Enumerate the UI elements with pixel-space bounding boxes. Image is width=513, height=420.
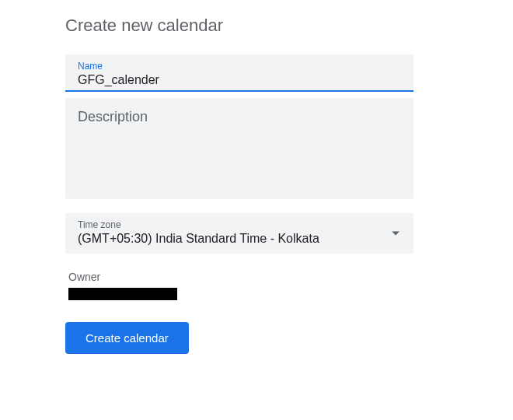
owner-label: Owner [68, 271, 513, 283]
owner-value [68, 288, 177, 300]
name-input[interactable] [78, 73, 401, 87]
timezone-label: Time zone [78, 219, 401, 230]
name-field-container[interactable]: Name [65, 54, 414, 92]
timezone-value: (GMT+05:30) India Standard Time - Kolkat… [78, 232, 401, 246]
timezone-dropdown[interactable]: Time zone (GMT+05:30) India Standard Tim… [65, 213, 414, 254]
description-field-container[interactable]: Description [65, 98, 414, 199]
name-label: Name [78, 61, 401, 72]
chevron-down-icon [392, 232, 400, 236]
description-textarea[interactable] [78, 125, 401, 195]
create-calendar-button[interactable]: Create calendar [65, 322, 189, 354]
page-title: Create new calendar [65, 16, 513, 36]
description-label: Description [78, 109, 401, 125]
owner-section: Owner [65, 271, 513, 300]
